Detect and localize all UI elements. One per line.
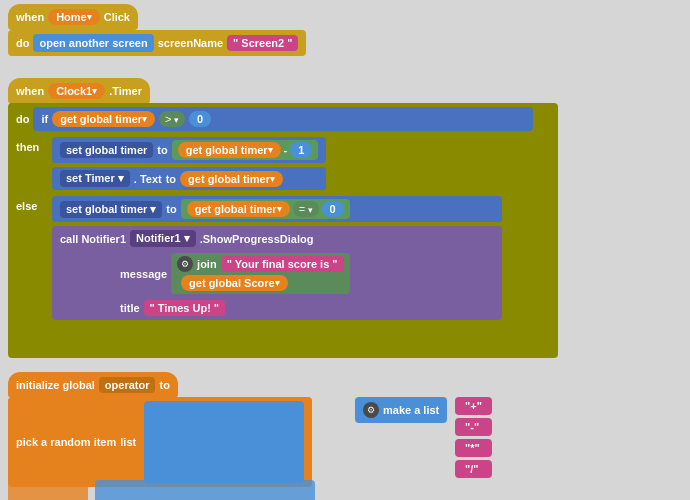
do2-label: do [16, 113, 29, 125]
when2-label: when [16, 85, 44, 97]
do-open-screen-block[interactable]: do open another screen screenName " Scre… [8, 30, 306, 56]
list-label: list [120, 436, 136, 448]
gt-operator[interactable]: > [159, 111, 185, 127]
set-label-1: set global timer [60, 142, 153, 158]
join-label: join [197, 258, 217, 270]
minus-block[interactable]: "-" [455, 418, 492, 436]
get-global-timer-4[interactable]: get global timer [187, 201, 290, 217]
call-notifier-block[interactable]: call Notifier1 Notifier1 ▾ .ShowProgress… [52, 226, 502, 320]
set-timer-label: set Timer ▾ [60, 170, 130, 187]
init-global-label: initialize global [16, 379, 95, 391]
title-label: title [120, 302, 140, 314]
to-label-1: to [157, 144, 167, 156]
your-final-score[interactable]: " Your final score is " [221, 256, 344, 272]
set-timer-block-2[interactable]: set global timer ▾ to get global timer =… [52, 196, 502, 222]
operator-strings: "+" "-" "*" "/" [455, 397, 492, 478]
when-label: when [16, 11, 44, 23]
zero-value-2[interactable]: 0 [322, 201, 344, 217]
do-if-container: do if get global timer > 0 then set glob… [8, 103, 558, 358]
if-label: if [41, 113, 48, 125]
show-progress-label: .ShowProgressDialog [200, 233, 314, 245]
to-label-2: to [166, 173, 176, 185]
click-label: Click [104, 11, 130, 23]
make-list-gear[interactable]: ⚙ [363, 402, 379, 418]
times-up-value[interactable]: " Times Up! " [144, 300, 226, 316]
div-block[interactable]: "/" [455, 460, 492, 478]
set-global-timer-2: set global timer ▾ [60, 201, 162, 218]
plus-block[interactable]: "+" [455, 397, 492, 415]
get-global-score[interactable]: get global Score [181, 275, 288, 291]
bottom-partial-2 [95, 480, 315, 500]
open-another-screen-pill[interactable]: open another screen [33, 34, 153, 52]
to3-label: to [159, 379, 169, 391]
mult-block[interactable]: "*" [455, 439, 492, 457]
minus-op: - [284, 144, 288, 156]
get-global-timer-1[interactable]: get global timer [52, 111, 155, 127]
one-value[interactable]: 1 [290, 142, 312, 158]
block-canvas: when Home Click do open another screen s… [0, 0, 690, 500]
pick-random-label: pick a random item [16, 436, 116, 448]
eq-operator[interactable]: = [293, 201, 319, 217]
do-label: do [16, 37, 29, 49]
notifier-pill[interactable]: Notifier1 ▾ [130, 230, 196, 247]
bottom-partial-1 [8, 480, 88, 500]
make-a-list-label: make a list [383, 404, 439, 416]
zero-value[interactable]: 0 [189, 111, 211, 127]
get-global-timer-2[interactable]: get global timer [178, 142, 281, 158]
if-block[interactable]: if get global timer > 0 [33, 107, 533, 131]
to-label-3: to [166, 203, 176, 215]
set-timer-text-block[interactable]: set Timer ▾ . Text to get global timer [52, 167, 326, 190]
make-a-list-block[interactable]: ⚙ make a list [355, 397, 447, 423]
else-label: else [16, 196, 48, 212]
set-timer-block-1[interactable]: set global timer to get global timer - 1 [52, 137, 326, 163]
screenname-label: screenName [158, 37, 223, 49]
when-clock-timer-block[interactable]: when Clock1 .Timer [8, 78, 150, 104]
screen2-value[interactable]: " Screen2 " [227, 35, 298, 51]
timer-label: .Timer [109, 85, 142, 97]
operator-label[interactable]: operator [99, 377, 156, 393]
join-gear[interactable]: ⚙ [177, 256, 193, 272]
home-pill[interactable]: Home [48, 9, 100, 25]
get-global-timer-3[interactable]: get global timer [180, 171, 283, 187]
then-label: then [16, 137, 48, 153]
when-home-click-block[interactable]: when Home Click [8, 4, 138, 30]
clock1-pill[interactable]: Clock1 [48, 83, 105, 99]
list-area [144, 401, 304, 483]
call-label: call Notifier1 [60, 233, 126, 245]
pick-random-block[interactable]: pick a random item list [8, 397, 312, 487]
dot-text-label: . Text [134, 173, 162, 185]
message-label: message [120, 268, 167, 280]
initialize-global-block[interactable]: initialize global operator to [8, 372, 178, 398]
